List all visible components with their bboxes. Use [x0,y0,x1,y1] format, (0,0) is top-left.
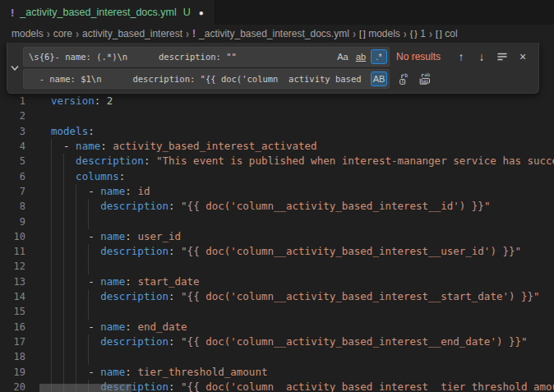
indent-guide [51,199,52,214]
breadcrumb-item[interactable]: { }1 [410,28,426,39]
regex-option[interactable]: .* [371,49,387,64]
line-content [51,349,554,364]
toggle-replace-chevron[interactable] [7,43,21,93]
indent-guide [76,334,76,349]
line-number[interactable]: 13 [0,274,25,289]
line-number[interactable]: 12 [0,259,25,274]
close-button[interactable]: × [515,48,531,65]
line-number[interactable]: 19 [0,365,25,380]
indent-guide [63,184,64,199]
code-token: 2 [107,95,113,107]
line-number[interactable]: 20 [0,380,25,392]
line-content [51,259,554,274]
code-line[interactable]: 5 description: "This event is published … [0,154,554,168]
indent-guide [63,334,64,349]
line-number[interactable]: 6 [0,169,25,184]
line-number[interactable]: 14 [0,289,25,304]
code-token: " [181,200,187,212]
find-in-selection-button[interactable] [494,48,510,65]
indent-guide [63,259,64,274]
indent-guide [63,214,64,229]
indent-guide [51,139,52,154]
line-number[interactable]: 17 [0,334,25,349]
indent-guide [63,229,64,244]
code-line[interactable]: 15 [0,304,554,319]
line-number[interactable]: 7 [0,184,25,199]
match-case-option[interactable]: Aa [335,49,351,64]
replace-button[interactable]: b c [396,71,413,87]
next-match-button[interactable]: ↓ [473,48,490,65]
line-number[interactable]: 2 [0,108,25,123]
code-token: {{ [187,245,200,257]
code-line[interactable]: 11 description: "{{ doc('column__activit… [0,244,554,259]
breadcrumb-item[interactable]: [ ]col [436,28,458,39]
previous-match-button[interactable]: ↑ [453,48,469,65]
line-number[interactable]: 1 [0,94,25,108]
line-number[interactable]: 3 [0,124,25,139]
find-input[interactable]: \s{6}- name: (.*)\n description: "" Aa a… [23,47,390,67]
line-number[interactable]: 18 [0,349,25,364]
code-line[interactable]: 14 description: "{{ doc('column__activit… [0,289,554,304]
code-token: : [144,154,156,167]
code-line[interactable]: 7 - name: id [0,184,554,199]
breadcrumb-item[interactable]: core [53,28,72,39]
line-number[interactable]: 10 [0,229,25,244]
svg-text:ac: ac [423,77,430,83]
breadcrumb-label: models [12,28,44,39]
preserve-case-option[interactable]: AB [371,71,387,86]
code-line[interactable]: 17 description: "{{ doc('column__activit… [0,334,554,349]
line-number[interactable]: 8 [0,199,25,214]
editor-pane[interactable]: \s{6}- name: (.*)\n description: "" Aa a… [0,43,554,392]
line-number[interactable]: 4 [0,139,25,154]
code-line[interactable]: 3models: [0,124,554,139]
indent-guide [51,349,52,364]
code-token: version [51,95,95,107]
line-content [51,304,554,319]
indent-guide [51,169,52,184]
line-content: models: [51,124,554,139]
line-number[interactable]: 15 [0,304,25,319]
code-line[interactable]: 10 - name: user_id [0,229,554,244]
code-token: : [125,275,137,288]
code-line[interactable]: 1version: 2 [0,94,554,108]
line-number[interactable]: 9 [0,214,25,229]
unsaved-dot-icon[interactable]: ● [199,8,204,17]
code-line[interactable]: 2 [0,108,554,123]
line-number[interactable]: 5 [0,154,25,168]
replace-input[interactable]: - name: $1\n description: "{{ doc('colum… [23,69,390,89]
breadcrumb-label: _activity_based_interest_docs.yml [199,28,349,39]
chevron-right-icon: › [404,26,407,41]
breadcrumb-label: core [53,28,72,39]
line-number[interactable]: 11 [0,244,25,259]
breadcrumb-item[interactable]: [ ]models [359,28,400,39]
indent-guide [88,214,89,229]
code-line[interactable]: 13 - name: start_date [0,274,554,289]
code-token: {{ [187,200,200,212]
code-token: : [125,321,137,333]
line-number[interactable]: 16 [0,320,25,334]
find-replace-widget: \s{6}- name: (.*)\n description: "" Aa a… [7,43,539,94]
code-content[interactable]: 1version: 223models:4 - name: activity_b… [0,94,554,392]
code-line[interactable]: 9 [0,214,554,229]
breadcrumb-item[interactable]: models [12,28,44,39]
line-content: description: "{{ doc('column__activity_b… [51,199,554,214]
breadcrumb-item[interactable]: activity_based_interest [82,28,182,39]
whole-word-option[interactable]: ab [353,49,369,64]
code-line[interactable]: 16 - name: end_date [0,320,554,334]
horizontal-scrollbar[interactable] [39,384,132,392]
code-token: description [100,335,169,348]
replace-all-button[interactable]: ab ac [417,71,433,87]
indent-guide [76,199,76,214]
tab-file[interactable]: ! _activity_based_interest_docs.yml U ● [0,0,215,25]
line-content: description: "This event is published wh… [51,154,554,168]
code-line[interactable]: 12 [0,259,554,274]
breadcrumb-label: 1 [420,28,426,39]
code-token: id [137,185,150,197]
code-line[interactable]: 8 description: "{{ doc('column__activity… [0,199,554,214]
breadcrumb-item[interactable]: !_activity_based_interest_docs.yml [192,28,349,39]
code-line[interactable]: 18 [0,349,554,364]
code-token: : [169,335,181,348]
code-line[interactable]: 4 - name: activity_based_interest_activa… [0,139,554,154]
code-line[interactable]: 6 columns: [0,169,554,184]
code-line[interactable]: 19 - name: tier_threshold_amount [0,365,554,380]
